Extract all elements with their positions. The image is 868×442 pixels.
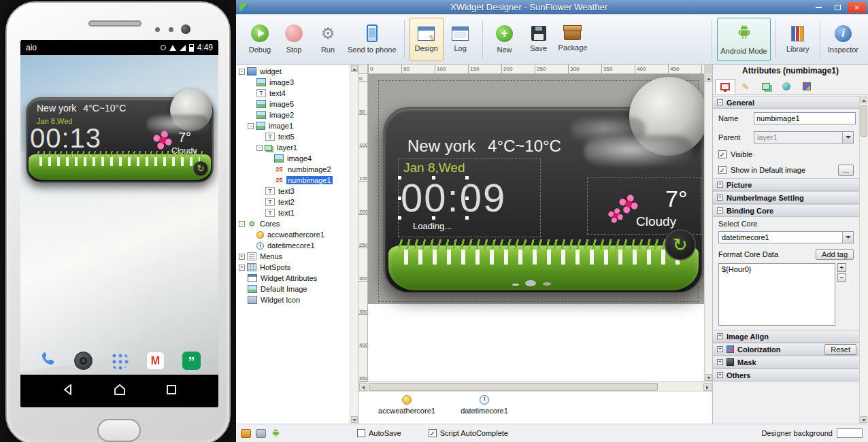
selection-box[interactable] <box>399 177 467 218</box>
expand-icon[interactable]: + <box>717 333 723 339</box>
resize-handle[interactable] <box>397 196 402 201</box>
library-button[interactable]: Library <box>781 18 815 61</box>
tree-item-image5[interactable]: image5 <box>236 99 350 109</box>
reset-button[interactable]: Reset <box>824 344 856 355</box>
resize-handle[interactable] <box>431 216 436 220</box>
minimize-button[interactable] <box>809 2 828 13</box>
tree-item-datetimecore1[interactable]: datetimecore1 <box>236 240 350 251</box>
tree-item-text1[interactable]: text1 <box>236 207 350 218</box>
package-button[interactable]: Package <box>556 18 590 61</box>
resize-handle[interactable] <box>431 175 436 180</box>
design-button[interactable]: Design <box>410 18 444 61</box>
new-button[interactable]: New <box>488 18 522 61</box>
close-button[interactable]: × <box>848 2 866 13</box>
android-icon[interactable] <box>271 428 281 439</box>
debug-button[interactable]: Debug <box>243 18 277 61</box>
tree-item-text4[interactable]: text4 <box>236 88 350 99</box>
tab-display[interactable] <box>715 79 735 94</box>
temperature-element[interactable]: 7° <box>665 186 688 212</box>
tree-expander-icon[interactable]: - <box>239 69 245 75</box>
name-input[interactable] <box>754 112 856 124</box>
tab-edit[interactable] <box>735 79 756 94</box>
refresh-icon[interactable]: ↻ <box>665 229 696 260</box>
tree-item-numbimage2[interactable]: 25numbimage2 <box>236 164 350 175</box>
tree-item-text5[interactable]: text5 <box>236 131 350 142</box>
add-tag-button[interactable]: Add tag <box>816 249 854 260</box>
android-mode-button[interactable]: Android Mode <box>717 18 771 61</box>
tree-item-default-image[interactable]: Default Image <box>236 284 350 294</box>
maximize-button[interactable] <box>829 2 847 13</box>
visible-checkbox[interactable] <box>718 150 727 158</box>
tree-scrollbar[interactable] <box>350 65 358 424</box>
loading-text[interactable]: Loading... <box>413 221 452 231</box>
collapse-icon[interactable]: - <box>717 207 723 214</box>
parent-select[interactable]: layer1 <box>754 131 854 143</box>
expand-icon[interactable]: + <box>717 346 723 352</box>
run-button[interactable]: Run <box>311 18 345 61</box>
expand-icon[interactable]: + <box>717 182 723 188</box>
section-binding-core[interactable]: - Binding Core <box>713 204 859 217</box>
link-icon[interactable] <box>256 429 266 438</box>
resize-handle[interactable] <box>397 175 402 180</box>
chevron-down-icon[interactable] <box>842 232 853 243</box>
tree-item-layer1[interactable]: -layer1 <box>236 142 350 153</box>
collapse-icon[interactable]: - <box>717 99 723 105</box>
expand-icon[interactable]: + <box>717 194 723 201</box>
scroll-up-icon[interactable] <box>705 75 712 82</box>
section-picture[interactable]: + Picture <box>713 178 859 191</box>
tab-windows[interactable] <box>756 79 776 94</box>
tree-item-hotspots[interactable]: +HotSpots <box>236 262 350 273</box>
tree-item-accweathercore1[interactable]: accweathercore1 <box>236 229 350 240</box>
scroll-down-icon[interactable] <box>351 416 358 423</box>
tree-expander-icon[interactable]: + <box>239 254 245 260</box>
format-core-data-input[interactable]: ${Hour0} <box>718 263 835 326</box>
tree-item-text3[interactable]: text3 <box>236 186 350 197</box>
expand-icon[interactable]: + <box>717 359 723 365</box>
attributes-scrollbar[interactable] <box>859 96 868 424</box>
tree-item-widget-attributes[interactable]: Widget Attributes <box>236 273 350 284</box>
browse-button[interactable]: ... <box>838 165 854 176</box>
select-core-dropdown[interactable]: datetimecore1 <box>718 231 854 243</box>
chevron-down-icon[interactable] <box>842 132 853 143</box>
scroll-down-icon[interactable] <box>861 416 867 423</box>
tree-expander-icon[interactable]: - <box>239 221 245 227</box>
scrollbar-thumb[interactable] <box>861 105 867 137</box>
script-autocomplete-checkbox[interactable] <box>429 429 437 437</box>
inspector-button[interactable]: Inspector <box>825 18 861 61</box>
design-canvas[interactable]: New york4°C~10°C Jan 8,Wed 00:09 <box>368 74 704 381</box>
city-element[interactable]: New york4°C~10°C <box>407 137 561 156</box>
tree-item-widget[interactable]: -widget <box>236 66 350 77</box>
resize-handle[interactable] <box>465 216 469 220</box>
log-button[interactable]: Log <box>444 18 478 61</box>
scroll-up-icon[interactable] <box>351 65 358 72</box>
tree-item-widget-icon[interactable]: Widget Icon <box>236 294 350 305</box>
resize-handle[interactable] <box>465 175 469 180</box>
save-button[interactable]: Save <box>522 18 556 61</box>
tree-expander-icon[interactable]: + <box>239 265 245 271</box>
grass-graphic[interactable] <box>388 245 699 290</box>
widget-design-region[interactable]: New york4°C~10°C Jan 8,Wed 00:09 <box>368 74 704 304</box>
tree-expander-icon[interactable]: - <box>248 123 254 129</box>
scroll-down-icon[interactable] <box>705 374 712 381</box>
canvas-horizontal-scrollbar[interactable] <box>358 381 712 391</box>
section-mask[interactable]: + Mask <box>713 356 859 369</box>
canvas-weather-widget[interactable]: New york4°C~10°C Jan 8,Wed 00:09 <box>383 107 704 294</box>
autosave-checkbox[interactable] <box>357 429 365 437</box>
tree-item-menus[interactable]: +Menus <box>236 251 350 262</box>
tree-item-image3[interactable]: image3 <box>236 77 350 88</box>
expand-icon[interactable]: + <box>717 372 723 378</box>
increase-button[interactable]: + <box>837 263 846 272</box>
datetimecore-item[interactable]: datetimecore1 <box>447 395 522 415</box>
tree-item-cores[interactable]: -Cores <box>236 218 350 229</box>
date-element[interactable]: Jan 8,Wed <box>403 160 465 175</box>
stop-button[interactable]: Stop <box>277 18 311 61</box>
scroll-up-icon[interactable] <box>861 97 867 103</box>
skin-icon[interactable] <box>241 429 251 438</box>
tree-item-numbimage1[interactable]: 25numbimage1 <box>236 175 350 186</box>
canvas-vertical-scrollbar[interactable] <box>704 74 712 381</box>
show-default-checkbox[interactable] <box>718 166 727 174</box>
section-others[interactable]: + Others <box>713 369 859 381</box>
section-general[interactable]: - General <box>713 96 859 109</box>
decrease-button[interactable]: − <box>837 273 846 282</box>
scroll-left-icon[interactable] <box>359 383 367 391</box>
